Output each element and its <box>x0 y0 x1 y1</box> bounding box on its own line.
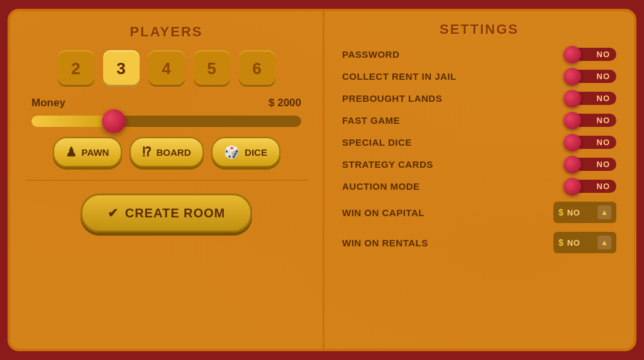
setting-row-special-dice: SPECIAL DICE NO <box>342 133 616 151</box>
toggle-value-special-dice: NO <box>597 138 612 147</box>
dollar-icon-capital: $ <box>558 207 564 217</box>
setting-row-password: PASSWORD NO <box>342 45 616 63</box>
money-label: Money <box>31 97 65 109</box>
dice-label: DICE <box>245 147 267 158</box>
toggle-fast-game[interactable]: NO <box>566 114 616 127</box>
icon-buttons-row: ♟ PAWN ⁉ BOARD 🎲 DICE <box>25 137 308 167</box>
setting-label-auction-mode: AUCTION MODE <box>342 181 420 192</box>
toggle-prebought[interactable]: NO <box>566 92 616 105</box>
setting-row-collect-rent: COLLECT RENT IN JAIL NO <box>342 67 616 85</box>
settings-title: SETTINGS <box>342 21 616 38</box>
left-divider <box>25 180 308 181</box>
setting-label-prebought: PREBOUGHT LANDS <box>342 93 442 104</box>
dice-button[interactable]: 🎲 DICE <box>211 137 280 167</box>
money-label-row: Money $ 2000 <box>31 97 301 109</box>
dropdown-value-capital: NO <box>567 208 594 217</box>
slider-fill <box>31 116 113 127</box>
player-btn-5[interactable]: 5 <box>194 50 230 87</box>
setting-row-prebought: PREBOUGHT LANDS NO <box>342 89 616 107</box>
player-btn-4[interactable]: 4 <box>148 50 185 87</box>
toggle-value-strategy-cards: NO <box>597 160 612 169</box>
setting-label-strategy-cards: STRATEGY CARDS <box>342 159 433 170</box>
money-section: Money $ 2000 <box>25 97 308 127</box>
setting-row-auction-mode: AUCTION MODE NO <box>342 177 616 195</box>
dice-icon: 🎲 <box>224 145 240 160</box>
toggle-value-collect-rent: NO <box>597 72 612 81</box>
toggle-password[interactable]: NO <box>566 48 616 61</box>
dropdown-arrow-rentals[interactable]: ▲ <box>597 236 611 249</box>
board-label: BOARD <box>157 147 191 158</box>
pawn-label: PAWN <box>82 147 109 158</box>
main-container: PLAYERS 2 3 4 5 6 Money $ 2000 ♟ PAWN <box>8 9 636 351</box>
setting-row-strategy-cards: STRATEGY CARDS NO <box>342 155 616 173</box>
player-btn-6[interactable]: 6 <box>239 50 275 87</box>
board-button[interactable]: ⁉ BOARD <box>130 137 204 167</box>
dropdown-arrow-capital[interactable]: ▲ <box>597 205 611 219</box>
setting-label-win-capital: WIN ON CAPITAL <box>342 207 425 218</box>
toggle-circle-prebought <box>564 90 581 107</box>
players-title: PLAYERS <box>130 24 203 40</box>
toggle-value-fast-game: NO <box>597 116 612 125</box>
setting-label-win-rentals: WIN ON RENTALS <box>342 237 428 248</box>
setting-row-win-rentals: WIN ON RENTALS $ NO ▲ <box>342 229 616 256</box>
setting-label-collect-rent: COLLECT RENT IN JAIL <box>342 71 457 82</box>
pawn-button[interactable]: ♟ PAWN <box>53 137 122 167</box>
toggle-strategy-cards[interactable]: NO <box>566 158 616 171</box>
setting-row-fast-game: FAST GAME NO <box>342 111 616 129</box>
toggle-circle-collect-rent <box>564 68 581 85</box>
players-row: 2 3 4 5 6 <box>58 50 275 87</box>
dropdown-win-capital[interactable]: $ NO ▲ <box>553 202 616 223</box>
toggle-value-password: NO <box>597 50 612 59</box>
dollar-icon-rentals: $ <box>558 237 564 248</box>
toggle-circle-fast-game <box>564 112 581 129</box>
left-panel: PLAYERS 2 3 4 5 6 Money $ 2000 ♟ PAWN <box>10 11 325 349</box>
create-room-check-icon: ✔ <box>108 205 119 221</box>
setting-label-fast-game: FAST GAME <box>342 115 400 126</box>
create-room-button[interactable]: ✔ CREATE ROOM <box>80 194 253 232</box>
toggle-value-auction-mode: NO <box>597 182 612 191</box>
pawn-icon: ♟ <box>65 145 77 160</box>
setting-label-password: PASSWORD <box>342 49 399 60</box>
toggle-circle-strategy-cards <box>564 156 581 173</box>
dropdown-win-rentals[interactable]: $ NO ▲ <box>553 232 616 253</box>
setting-row-win-capital: WIN ON CAPITAL $ NO ▲ <box>342 199 616 226</box>
toggle-circle-auction-mode <box>564 178 581 195</box>
create-room-label: CREATE ROOM <box>125 206 226 221</box>
toggle-collect-rent[interactable]: NO <box>566 70 616 83</box>
toggle-auction-mode[interactable]: NO <box>566 180 616 193</box>
player-btn-2[interactable]: 2 <box>58 50 94 87</box>
money-slider-track[interactable] <box>31 116 301 127</box>
toggle-circle-password <box>564 46 581 63</box>
toggle-circle-special-dice <box>564 134 581 151</box>
dropdown-value-rentals: NO <box>567 238 594 248</box>
right-panel: SETTINGS PASSWORD NO COLLECT RENT IN JAI… <box>325 11 634 349</box>
slider-thumb[interactable] <box>102 109 126 133</box>
setting-label-special-dice: SPECIAL DICE <box>342 137 412 148</box>
board-icon: ⁉ <box>142 145 152 160</box>
toggle-value-prebought: NO <box>597 94 612 103</box>
toggle-special-dice[interactable]: NO <box>566 136 616 149</box>
money-value: $ 2000 <box>269 97 301 109</box>
player-btn-3[interactable]: 3 <box>103 50 140 87</box>
